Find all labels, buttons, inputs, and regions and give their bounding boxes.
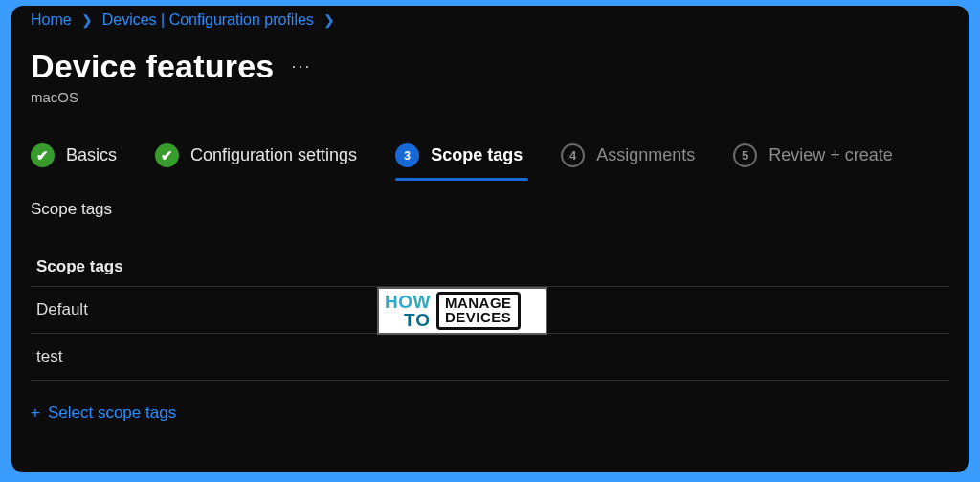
step-assignments[interactable]: 4 Assignments: [561, 143, 695, 167]
more-button[interactable]: ···: [291, 56, 311, 77]
select-scope-tags-button[interactable]: + Select scope tags: [31, 404, 176, 423]
chevron-right-icon: ❯: [323, 12, 335, 28]
step-basics[interactable]: ✔ Basics: [31, 143, 117, 167]
step-review-create[interactable]: 5 Review + create: [733, 143, 893, 167]
watermark-text: MANAGE: [445, 296, 512, 310]
step-number-icon: 5: [733, 143, 757, 167]
breadcrumb: Home ❯ Devices | Configuration profiles …: [31, 6, 949, 29]
add-link-label: Select scope tags: [48, 404, 176, 423]
step-label: Assignments: [596, 145, 695, 165]
watermark-text: HOW: [385, 293, 431, 311]
watermark-text: DEVICES: [445, 310, 512, 324]
step-number-icon: 4: [561, 143, 585, 167]
step-number-icon: 3: [395, 143, 419, 167]
table-header: Scope tags: [31, 252, 949, 287]
page-title: Device features: [31, 48, 274, 85]
plus-icon: +: [31, 404, 40, 423]
checkmark-icon: ✔: [155, 143, 179, 167]
page-subtitle: macOS: [31, 89, 949, 105]
step-label: Basics: [66, 145, 117, 165]
step-label: Scope tags: [431, 145, 523, 165]
section-heading: Scope tags: [31, 200, 949, 219]
step-label: Configuration settings: [190, 145, 357, 165]
step-label: Review + create: [768, 145, 893, 165]
step-scope-tags[interactable]: 3 Scope tags: [395, 143, 523, 167]
breadcrumb-devices-config[interactable]: Devices | Configuration profiles: [102, 11, 314, 29]
breadcrumb-home[interactable]: Home: [31, 11, 72, 29]
watermark-text: TO: [404, 311, 431, 329]
wizard-steps: ✔ Basics ✔ Configuration settings 3 Scop…: [31, 143, 949, 167]
page-panel: Home ❯ Devices | Configuration profiles …: [11, 6, 969, 472]
step-configuration-settings[interactable]: ✔ Configuration settings: [155, 143, 357, 167]
watermark-logo: HOW TO MANAGE DEVICES: [377, 287, 547, 335]
chevron-right-icon: ❯: [81, 12, 93, 28]
checkmark-icon: ✔: [31, 143, 55, 167]
table-row[interactable]: test: [31, 334, 949, 381]
